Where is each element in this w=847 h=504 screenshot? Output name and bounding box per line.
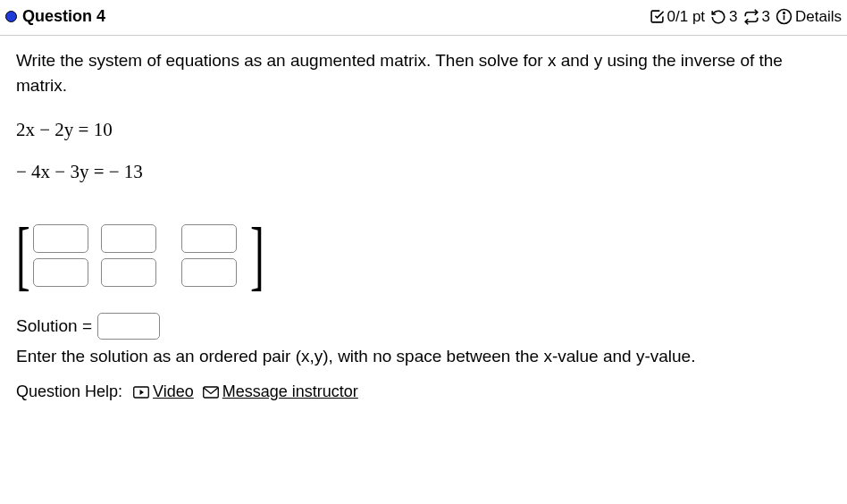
- info-icon: [776, 8, 792, 25]
- question-content: Write the system of equations as an augm…: [0, 36, 847, 401]
- details-link[interactable]: Details: [776, 8, 842, 26]
- left-bracket-icon: [: [16, 223, 30, 288]
- swap-icon: [743, 9, 759, 25]
- message-instructor-link[interactable]: Message instructor: [203, 382, 358, 401]
- augmented-matrix: [ ]: [16, 223, 831, 288]
- question-header: Question 4 0/1 pt 3: [0, 0, 847, 36]
- right-bracket-icon: ]: [250, 223, 264, 288]
- video-link[interactable]: Video: [133, 382, 194, 401]
- help-row: Question Help: Video Message instructor: [16, 382, 831, 401]
- solution-input[interactable]: [97, 313, 160, 340]
- matrix-cell-1-3[interactable]: [181, 224, 237, 253]
- svg-point-2: [784, 13, 785, 14]
- svg-rect-5: [204, 387, 219, 398]
- solution-hint: Enter the solution as an ordered pair (x…: [16, 347, 831, 366]
- status-bullet-icon: [5, 11, 17, 22]
- retry-count: 3: [729, 8, 737, 26]
- solution-row: Solution =: [16, 313, 831, 340]
- equation-system: 2x − 2y = 10 − 4x − 3y = − 13: [16, 119, 831, 183]
- reattempt-indicator: 3: [743, 8, 770, 26]
- matrix-cell-2-2[interactable]: [101, 258, 156, 287]
- details-label: Details: [795, 8, 842, 26]
- equation-2: − 4x − 3y = − 13: [16, 161, 831, 183]
- retry-icon: [710, 9, 726, 25]
- matrix-cell-2-3[interactable]: [181, 258, 237, 287]
- equation-1: 2x − 2y = 10: [16, 119, 831, 141]
- matrix-cell-1-1[interactable]: [33, 224, 88, 253]
- checkbox-icon: [650, 9, 665, 24]
- matrix-cell-2-1[interactable]: [33, 258, 88, 287]
- question-title: Question 4: [22, 7, 105, 26]
- svg-marker-4: [140, 390, 145, 395]
- reattempt-count: 3: [762, 8, 770, 26]
- score-indicator: 0/1 pt: [650, 8, 706, 26]
- video-link-text: Video: [153, 382, 194, 401]
- message-link-text: Message instructor: [222, 382, 358, 401]
- solution-label: Solution =: [16, 316, 92, 336]
- header-right: 0/1 pt 3 3: [650, 8, 842, 26]
- envelope-icon: [203, 386, 219, 399]
- retry-indicator: 3: [710, 8, 737, 26]
- header-left: Question 4: [5, 7, 105, 26]
- instructions-text: Write the system of equations as an augm…: [16, 48, 831, 97]
- video-icon: [133, 386, 149, 399]
- score-text: 0/1 pt: [667, 8, 706, 26]
- matrix-cell-1-2[interactable]: [101, 224, 156, 253]
- matrix-grid: [33, 224, 237, 287]
- help-label: Question Help:: [16, 382, 122, 401]
